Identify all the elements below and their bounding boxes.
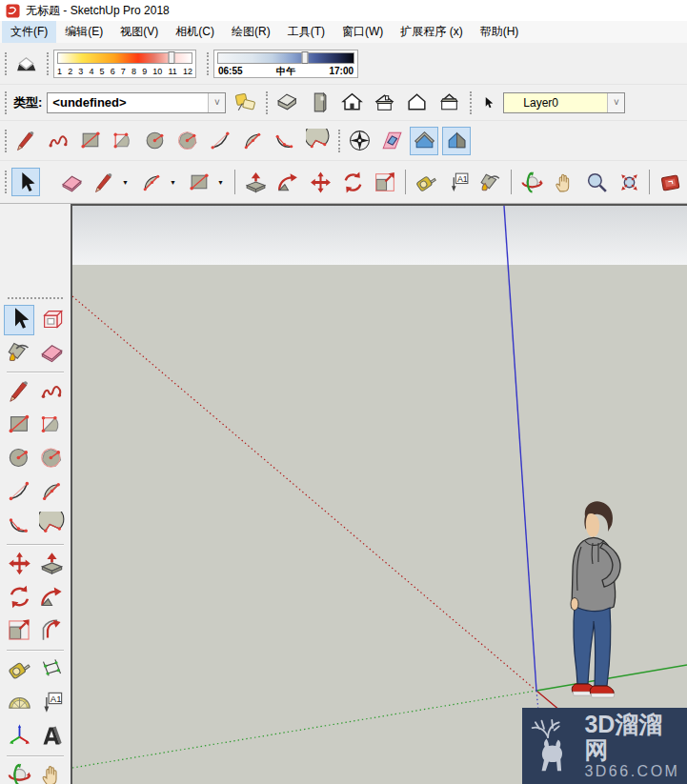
orbit-button[interactable] [517, 168, 546, 196]
circle-button[interactable] [141, 127, 170, 155]
time-slider-handle[interactable] [301, 51, 308, 64]
date-slider-handle[interactable] [169, 51, 175, 64]
freehand-button[interactable] [44, 127, 72, 155]
dropdown-caret[interactable]: ▼ [217, 179, 229, 186]
rotate-button[interactable] [338, 168, 367, 196]
rectangle-button[interactable] [4, 411, 34, 441]
toolbar-grip[interactable] [5, 130, 7, 152]
layer-combobox[interactable]: Layer0 ˅ [503, 92, 625, 113]
polygon-button[interactable] [173, 127, 202, 155]
dropdown-caret[interactable]: ▼ [122, 179, 133, 186]
make-component-button[interactable] [36, 305, 67, 335]
circle-button[interactable] [4, 444, 34, 474]
solar-north-button[interactable] [345, 127, 374, 155]
classifier-combobox[interactable]: <undefined> ˅ [47, 92, 226, 113]
menu-item-2[interactable]: 视图(V) [111, 21, 167, 43]
toolbar-grip[interactable] [470, 91, 472, 114]
layers-cursor-button[interactable] [476, 91, 499, 114]
scale-button[interactable] [371, 168, 399, 196]
rectangle-button[interactable] [185, 168, 213, 196]
scale-figure-person[interactable] [564, 501, 640, 711]
view-left-button[interactable] [402, 89, 431, 117]
toolbar-grip[interactable] [47, 52, 49, 75]
time-slider-track[interactable] [217, 52, 354, 64]
rotated-rectangle-button[interactable] [36, 411, 67, 441]
toolbar-grip[interactable] [5, 91, 7, 114]
protractor-button[interactable] [4, 689, 34, 719]
date-slider-track[interactable] [57, 52, 192, 64]
line-button[interactable] [90, 168, 118, 196]
view-front-button[interactable] [337, 89, 366, 117]
toggle-shadows-button[interactable] [11, 50, 40, 78]
push-pull-button[interactable] [241, 168, 270, 196]
paint-bucket-button[interactable] [476, 168, 505, 196]
scale-button[interactable] [4, 616, 34, 647]
tape-measure-button[interactable] [412, 168, 440, 196]
menu-item-6[interactable]: 窗口(W) [333, 21, 392, 43]
3d-warehouse-button[interactable] [656, 168, 684, 196]
classifier-tags-button[interactable] [231, 89, 259, 117]
freehand-button[interactable] [36, 377, 67, 408]
move-button[interactable] [306, 168, 334, 196]
rotated-rectangle-button[interactable] [109, 127, 137, 155]
3d-text-button[interactable] [36, 722, 67, 753]
view-iso-button[interactable] [273, 89, 301, 117]
text-button[interactable]: A1 [36, 689, 67, 719]
arc-button[interactable] [137, 168, 166, 196]
section-plane-button[interactable] [377, 127, 406, 155]
zoom-extents-button[interactable] [615, 168, 643, 196]
toolbar-grip[interactable] [5, 52, 7, 75]
menu-item-7[interactable]: 扩展程序 (x) [392, 21, 471, 43]
arc-button[interactable] [4, 477, 34, 508]
menu-item-3[interactable]: 相机(C) [167, 21, 223, 43]
menu-item-5[interactable]: 工具(T) [279, 21, 333, 43]
menu-item-4[interactable]: 绘图(R) [223, 21, 279, 43]
dropdown-caret[interactable]: ▼ [170, 179, 181, 186]
toolbar-grip[interactable] [207, 52, 209, 75]
tape-measure-button[interactable] [4, 655, 34, 686]
eraser-button[interactable] [57, 168, 86, 196]
three-point-arc-button[interactable] [271, 127, 299, 155]
polygon-button[interactable] [36, 444, 67, 474]
arc-button[interactable] [206, 127, 234, 155]
view-top-button[interactable] [305, 89, 333, 117]
pie-button[interactable] [303, 127, 332, 155]
select-button[interactable] [4, 305, 34, 335]
select-button[interactable] [11, 168, 40, 196]
menu-item-0[interactable]: 文件(F) [2, 21, 56, 43]
two-point-arc-button[interactable] [36, 477, 67, 508]
toolbar-grip[interactable] [5, 171, 7, 193]
eraser-button[interactable] [36, 338, 67, 369]
display-section-planes-button[interactable] [410, 127, 438, 155]
view-back-button[interactable] [370, 89, 398, 117]
rotate-button[interactable] [4, 583, 34, 613]
toolbar-grip[interactable] [338, 130, 340, 152]
follow-me-button[interactable] [36, 583, 67, 613]
orbit-button[interactable] [4, 761, 34, 784]
rectangle-button[interactable] [76, 127, 105, 155]
menu-item-1[interactable]: 编辑(E) [56, 21, 111, 43]
follow-me-button[interactable] [273, 168, 302, 196]
move-button[interactable] [4, 550, 34, 580]
palette-grip[interactable] [8, 297, 63, 299]
line-button[interactable] [4, 377, 34, 408]
model-viewport[interactable]: 3D溜溜网 3D66.COM [71, 204, 687, 784]
push-pull-button[interactable] [36, 550, 67, 580]
menu-item-8[interactable]: 帮助(H) [472, 21, 528, 43]
chevron-down-icon[interactable]: ˅ [208, 93, 225, 112]
text-button[interactable]: A1 [444, 168, 473, 196]
chevron-down-icon[interactable]: ˅ [607, 93, 624, 112]
display-section-cuts-button[interactable] [442, 127, 471, 155]
paint-bucket-button[interactable] [4, 338, 34, 369]
toolbar-grip[interactable] [266, 91, 268, 114]
pan-button[interactable] [36, 761, 67, 784]
view-right-button[interactable] [434, 89, 463, 117]
pan-button[interactable] [550, 168, 578, 196]
axes-button[interactable] [4, 722, 34, 753]
dimension-button[interactable] [36, 655, 67, 686]
two-point-arc-button[interactable] [238, 127, 267, 155]
pie-button[interactable] [36, 511, 67, 541]
line-button[interactable] [11, 127, 40, 155]
zoom-button[interactable] [582, 168, 611, 196]
offset-button[interactable] [36, 616, 67, 647]
